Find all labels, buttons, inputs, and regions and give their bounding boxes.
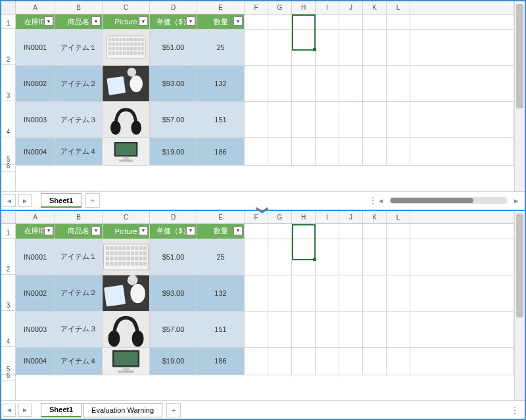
cell-qty[interactable]: 186 — [197, 348, 245, 375]
cell-blank[interactable] — [316, 224, 339, 239]
cell-blank[interactable] — [363, 312, 387, 347]
header-cell-E[interactable]: 数量▼ — [197, 224, 245, 239]
col-header-H[interactable]: H — [292, 211, 316, 223]
row-header-2[interactable]: 2 — [1, 29, 15, 65]
cell-price[interactable]: $19.00 — [150, 138, 197, 165]
cell-blank[interactable] — [268, 348, 292, 375]
row-header-5[interactable]: 5 — [1, 137, 15, 165]
filter-dropdown-icon[interactable]: ▼ — [91, 226, 101, 235]
filter-dropdown-icon[interactable]: ▼ — [139, 226, 148, 235]
cell-name[interactable]: アイテム４ — [55, 348, 103, 375]
cell-blank[interactable] — [245, 275, 268, 311]
cell-blank[interactable] — [387, 312, 410, 347]
cell-blank[interactable] — [245, 312, 268, 347]
cell-price[interactable]: $57.00 — [150, 102, 197, 137]
col-header-I[interactable]: I — [316, 211, 339, 223]
cell-blank[interactable] — [363, 275, 387, 311]
col-header-E[interactable]: E — [197, 1, 245, 14]
scroll-left-icon[interactable]: ◄ — [377, 197, 384, 204]
cell-blank[interactable] — [268, 138, 292, 165]
row-header-6[interactable]: 6 — [1, 375, 15, 381]
footer-menu-icon[interactable]: ⋮ — [369, 196, 377, 205]
cell-id[interactable]: IN0003 — [16, 312, 55, 347]
cell-price[interactable]: $51.00 — [150, 239, 197, 275]
cell-blank[interactable] — [363, 138, 387, 165]
cell-blank[interactable] — [363, 224, 387, 239]
cell-blank[interactable] — [292, 138, 316, 165]
cell-blank[interactable] — [387, 14, 410, 29]
cell-blank[interactable] — [387, 275, 410, 311]
cell-blank[interactable] — [339, 224, 363, 239]
cell-picture[interactable] — [103, 239, 150, 275]
cell-qty[interactable]: 132 — [197, 275, 245, 311]
cell-blank[interactable] — [363, 66, 387, 101]
cell-blank[interactable] — [268, 14, 292, 29]
cell-qty[interactable]: 186 — [197, 138, 245, 165]
footer-menu-icon[interactable]: ⋮ — [511, 406, 519, 415]
cell-blank[interactable] — [292, 224, 316, 239]
col-header-K[interactable]: K — [363, 211, 387, 223]
cell-picture[interactable] — [103, 138, 150, 165]
cell-blank[interactable] — [339, 30, 363, 65]
col-header-C[interactable]: C — [103, 211, 150, 223]
cell-blank[interactable] — [316, 138, 339, 165]
cell-blank[interactable] — [316, 30, 339, 65]
cell-blank[interactable] — [316, 66, 339, 101]
cell-name[interactable]: アイテム２ — [55, 66, 103, 101]
row-header-4[interactable]: 4 — [1, 311, 15, 347]
cell-blank[interactable] — [268, 30, 292, 65]
col-header-H[interactable]: H — [292, 1, 316, 14]
header-cell-D[interactable]: 単価（$）▼ — [150, 224, 197, 239]
filter-dropdown-icon[interactable]: ▼ — [233, 16, 243, 26]
cell-blank[interactable] — [245, 102, 268, 137]
cell-picture[interactable] — [103, 275, 150, 311]
cell-id[interactable]: IN0001 — [16, 239, 55, 275]
cell-blank[interactable] — [292, 14, 316, 29]
cell-blank[interactable] — [268, 312, 292, 347]
filter-dropdown-icon[interactable]: ▼ — [44, 226, 53, 235]
sheet-tab-sheet1[interactable]: Sheet1 — [41, 193, 82, 208]
cell-id[interactable]: IN0002 — [16, 275, 55, 311]
cell-blank[interactable] — [245, 138, 268, 165]
header-cell-A[interactable]: 在庫ID▼ — [16, 224, 55, 239]
cell-blank[interactable] — [387, 102, 410, 137]
cell-blank[interactable] — [387, 224, 410, 239]
select-all-corner[interactable] — [1, 211, 15, 224]
cell-picture[interactable] — [103, 348, 150, 375]
cell-id[interactable]: IN0001 — [16, 30, 55, 65]
col-header-J[interactable]: J — [339, 1, 363, 14]
cell-name[interactable]: アイテム３ — [55, 102, 103, 137]
cell-qty[interactable]: 25 — [197, 239, 245, 275]
row-header-6[interactable]: 6 — [1, 165, 15, 172]
cell-blank[interactable] — [339, 102, 363, 137]
cell-blank[interactable] — [316, 348, 339, 375]
cell-blank[interactable] — [339, 348, 363, 375]
row-header-3[interactable]: 3 — [1, 65, 15, 101]
cell-blank[interactable] — [268, 224, 292, 239]
cell-blank[interactable] — [363, 239, 387, 275]
filter-dropdown-icon[interactable]: ▼ — [91, 16, 101, 26]
cell-blank[interactable] — [387, 30, 410, 65]
cell-blank[interactable] — [363, 30, 387, 65]
cell-qty[interactable]: 25 — [197, 30, 245, 65]
cell-blank[interactable] — [387, 239, 410, 275]
cell-blank[interactable] — [268, 239, 292, 275]
scroll-right-icon[interactable]: ► — [513, 197, 519, 204]
next-sheet-button[interactable]: ► — [18, 404, 32, 417]
cell-blank[interactable] — [387, 66, 410, 101]
col-header-D[interactable]: D — [150, 211, 197, 223]
cell-blank[interactable] — [339, 275, 363, 311]
cell-blank[interactable] — [387, 138, 410, 165]
cell-id[interactable]: IN0004 — [16, 138, 55, 165]
col-header-G[interactable]: G — [268, 1, 292, 14]
sheet-tab-evaluation-warning[interactable]: Evaluation Warning — [83, 403, 162, 417]
cell-blank[interactable] — [363, 348, 387, 375]
cell-price[interactable]: $57.00 — [150, 312, 197, 347]
cell-qty[interactable]: 132 — [197, 66, 245, 101]
header-cell-D[interactable]: 単価（$）▼ — [150, 14, 197, 29]
cell-blank[interactable] — [292, 102, 316, 137]
cell-blank[interactable] — [245, 348, 268, 375]
cell-blank[interactable] — [292, 239, 316, 275]
prev-sheet-button[interactable]: ◄ — [3, 404, 16, 417]
cell-blank[interactable] — [245, 30, 268, 65]
